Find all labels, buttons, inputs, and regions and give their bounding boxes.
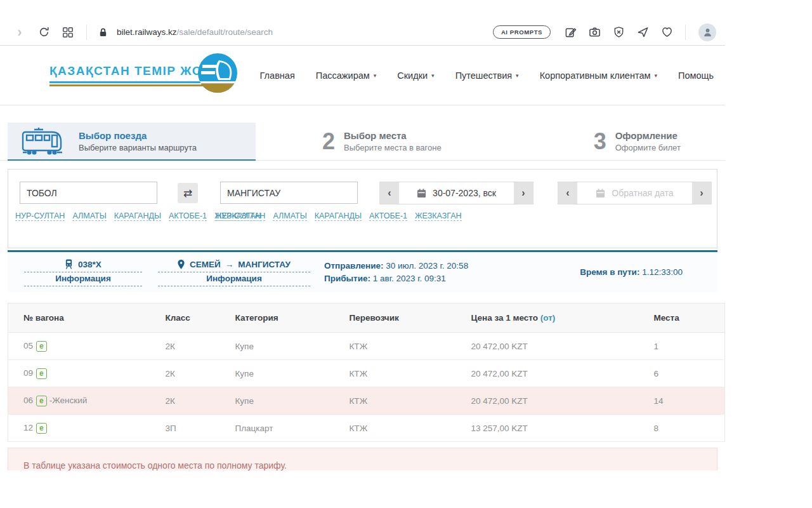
step-subtitle: Выберите варианты маршрута [79,143,197,152]
from-station-input[interactable] [20,182,157,204]
train-front-icon [65,259,73,269]
price-from-suffix: (от) [540,313,556,323]
return-date-picker: ‹ Обратная дата › [558,182,712,204]
wagon-table-body: 05e2ККупеКТЖ20 472,00 KZT109e2ККупеКТЖ20… [8,333,725,442]
col-carrier: Перевозчик [350,304,471,333]
route-search-panel: ⇄ ‹ 30-07-2023, вск › ‹ Обратная дата › … [8,169,717,248]
return-date-placeholder: Обратная дата [612,188,673,198]
depart-date-field[interactable]: 30-07-2023, вск [399,182,514,204]
nav-item-label: Путешествия [455,70,512,81]
ai-prompts-button[interactable]: AI PROMPTS [493,25,551,39]
station-quick-link[interactable]: ЖЕЗКАЗГАН [415,211,461,221]
site-logo[interactable]: ҚАЗАҚСТАН ТЕМІР ЖОЛЫ [49,58,238,93]
arrival-label: Прибытие: [324,274,370,283]
duration-block: Время в пути: 1.12:33:00 [580,267,683,277]
train-icon [22,126,65,156]
price: 13 257,00 KZT [471,415,654,442]
station-quick-link[interactable]: АКТОБЕ-1 [369,211,407,221]
seats-count: 1 [654,333,725,360]
wagon-number: 06 [23,396,33,405]
depart-date-picker: ‹ 30-07-2023, вск › [379,182,534,204]
shield-block-icon[interactable] [610,24,627,41]
step-title: Выбор места [344,130,442,141]
next-day-button[interactable]: › [692,182,711,204]
step-seat-selection[interactable]: 2 Выбор места Выберите места в вагоне [256,123,442,160]
wagon-number: 05 [23,341,33,351]
step-number: 2 [322,130,335,153]
url-text: bilet.railways.kz/sale/default/route/sea… [117,27,273,37]
steps-bar: Выбор поезда Выберите варианты маршрута … [0,123,725,161]
carrier: КТЖ [350,387,471,415]
swap-stations-button[interactable]: ⇄ [178,183,198,203]
calendar-icon [417,189,426,198]
wagon-number: 09 [23,368,33,378]
nav-item-2[interactable]: Скидки▾ [397,70,434,81]
refresh-icon[interactable] [36,24,52,41]
wagon-class: 2К [166,387,235,415]
prev-day-button[interactable]: ‹ [380,182,399,204]
main-nav: ГлавнаяПассажирам▾Скидки▾Путешествия▾Кор… [239,70,714,81]
logo-underline-blue [49,81,204,83]
e-ticket-badge: e [36,396,47,406]
nav-item-4[interactable]: Корпоративным клиентам▾ [540,70,657,81]
pinboard-edit-icon[interactable] [562,24,579,41]
step-train-selection[interactable]: Выбор поезда Выберите варианты маршрута [8,123,256,161]
table-row[interactable]: 05e2ККупеКТЖ20 472,00 KZT1 [8,333,725,360]
col-seats: Места [654,304,725,333]
duration-value: 1.12:33:00 [642,267,683,277]
ktz-logo-icon [197,53,238,93]
nav-item-0[interactable]: Главная [260,70,295,81]
arrival-value: 1 авг. 2023 г. 09:31 [373,274,446,283]
return-date-field[interactable]: Обратная дата [577,182,692,204]
profile-avatar[interactable] [698,23,716,41]
seats-count: 6 [654,360,725,387]
snapshot-camera-icon[interactable] [586,24,603,41]
carrier: КТЖ [350,415,471,442]
bookmark-heart-icon[interactable] [658,24,675,41]
from-quick-links: НУР-СУЛТАНАЛМАТЫКАРАГАНДЫАКТОБЕ-1ЖЕЗКАЗГ… [11,209,166,222]
departure-value: 30 июл. 2023 г. 20:58 [386,261,468,271]
step-title: Выбор поезда [79,130,197,141]
toolbar-right-icons: AI PROMPTS [493,23,716,41]
nav-item-3[interactable]: Путешествия▾ [455,70,519,81]
next-day-button[interactable]: › [514,182,533,204]
step-title: Оформление [615,130,681,141]
station-quick-link[interactable]: КАРАГАНДЫ [315,211,362,221]
to-station-input[interactable] [220,182,358,204]
nav-item-5[interactable]: Помощь [678,70,714,81]
station-quick-link[interactable]: АЛМАТЫ [72,211,106,221]
step-checkout[interactable]: 3 Оформление Оформите билет [442,123,681,160]
station-quick-link[interactable]: КАРАГАНДЫ [114,211,161,221]
prev-day-button[interactable]: ‹ [558,182,577,204]
station-quick-link[interactable]: НУР-СУЛТАН [216,211,265,221]
map-pin-icon [178,260,185,269]
col-price: Цена за 1 место (от) [471,304,654,333]
table-row[interactable]: 12e3ППлацкартКТЖ13 257,00 KZT8 [8,415,725,442]
station-quick-link[interactable]: АЛМАТЫ [273,211,306,221]
forward-icon[interactable]: › [11,24,28,41]
logo-underline-gold [49,84,204,86]
wagon-class: 2К [166,360,235,387]
nav-item-1[interactable]: Пассажирам▾ [316,70,376,81]
price: 20 472,00 KZT [471,360,654,387]
e-ticket-badge: e [36,423,47,434]
train-info-link[interactable]: Информация [24,272,142,286]
station-quick-link[interactable]: АКТОБЕ-1 [169,211,207,221]
station-quick-link[interactable]: НУР-СУЛТАН [15,211,65,221]
browser-window: › bilet.railways.kz/sale/default/route/s… [0,19,725,471]
toolbar-divider [86,25,87,40]
send-flow-icon[interactable] [634,24,651,41]
chevron-down-icon: ▾ [654,72,657,79]
col-class: Класс [166,304,235,333]
train-number-block[interactable]: 038*Х Информация [24,258,142,286]
route-block[interactable]: СЕМЕЙ → МАНГИСТАУ Информация [158,258,310,286]
wagon-category: Купе [235,333,350,360]
address-bar[interactable]: bilet.railways.kz/sale/default/route/sea… [93,27,493,37]
route-info-link[interactable]: Информация [158,272,310,286]
table-row[interactable]: 09e2ККупеКТЖ20 472,00 KZT6 [8,360,725,387]
calendar-icon [596,189,605,198]
table-row[interactable]: 06e-Женский2ККупеКТЖ20 472,00 KZT14 [8,387,725,415]
url-path: /sale/default/route/search [177,27,273,37]
schedule-block: Отправление: 30 июл. 2023 г. 20:58 Прибы… [324,260,468,285]
workspaces-grid-icon[interactable] [60,24,76,41]
